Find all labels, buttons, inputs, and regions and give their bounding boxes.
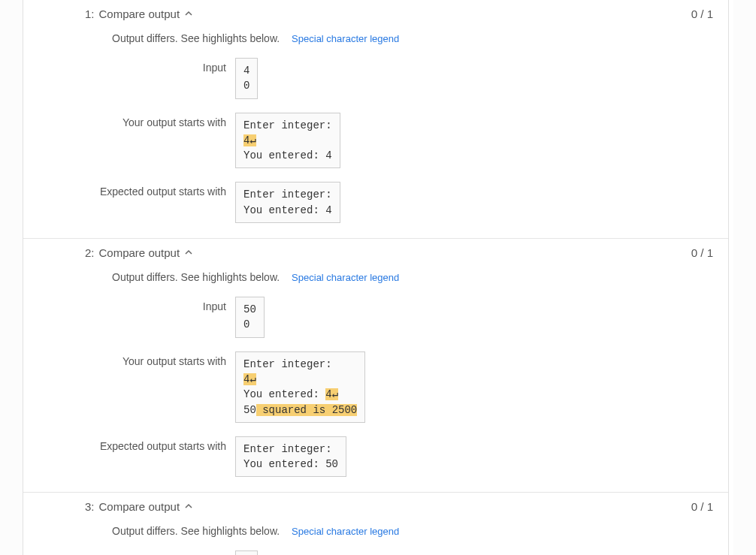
- testcase-3: 3: Compare output 0 / 1 Output differs. …: [23, 492, 728, 555]
- testcase-title: Compare output: [99, 8, 180, 20]
- test-results-panel: 1: Compare output 0 / 1 Output differs. …: [23, 0, 729, 555]
- testcase-index: 3:: [85, 500, 95, 513]
- testcase-index: 2:: [85, 246, 95, 259]
- expected-output-label: Expected output starts with: [85, 182, 226, 223]
- diff-message: Output differs. See highlights below.: [112, 525, 280, 537]
- chevron-up-icon: [184, 247, 193, 259]
- expected-output-box: Enter integer: You entered: 50: [235, 436, 346, 478]
- special-char-legend-link[interactable]: Special character legend: [292, 526, 399, 537]
- chevron-up-icon: [184, 501, 193, 513]
- special-char-legend-link[interactable]: Special character legend: [292, 272, 399, 283]
- special-char-legend-link[interactable]: Special character legend: [292, 33, 399, 44]
- testcase-score: 0 / 1: [691, 500, 713, 513]
- input-label: Input: [85, 550, 226, 555]
- testcase-title: Compare output: [99, 500, 180, 513]
- input-label: Input: [85, 58, 226, 99]
- your-output-label: Your output starts with: [85, 113, 226, 169]
- testcase-1: 1: Compare output 0 / 1 Output differs. …: [23, 0, 728, 238]
- your-output-box: Enter integer: 4↵ You entered: 4↵ 50 squ…: [235, 351, 365, 423]
- testcase-header[interactable]: 1: Compare output 0 / 1: [23, 0, 728, 28]
- testcase-header[interactable]: 2: Compare output 0 / 1: [23, 239, 728, 267]
- testcase-score: 0 / 1: [691, 246, 713, 259]
- testcase-title: Compare output: [99, 246, 180, 259]
- input-box: 4 0: [235, 58, 258, 99]
- testcase-header[interactable]: 3: Compare output 0 / 1: [23, 493, 728, 520]
- expected-output-label: Expected output starts with: [85, 436, 226, 478]
- diff-message: Output differs. See highlights below.: [112, 271, 280, 283]
- expected-output-box: Enter integer: You entered: 4: [235, 182, 340, 223]
- your-output-label: Your output starts with: [85, 351, 226, 423]
- testcase-score: 0 / 1: [691, 8, 713, 20]
- chevron-up-icon: [184, 8, 193, 20]
- your-output-box: Enter integer: 4↵ You entered: 4: [235, 113, 340, 169]
- input-box: 50 0: [235, 297, 265, 338]
- testcase-2: 2: Compare output 0 / 1 Output differs. …: [23, 238, 728, 492]
- diff-message: Output differs. See highlights below.: [112, 32, 280, 44]
- input-box: 4 0: [235, 550, 258, 555]
- input-label: Input: [85, 297, 226, 338]
- testcase-index: 1:: [85, 8, 95, 20]
